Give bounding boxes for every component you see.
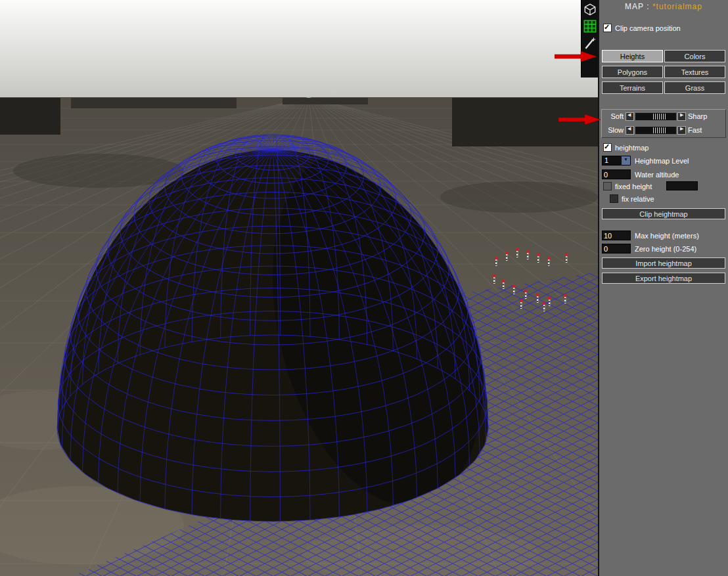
heightmap-level-label: Heightmap Level (635, 157, 689, 165)
checkbox-icon (603, 182, 612, 190)
viewport-toolstrip (581, 0, 599, 78)
softness-slider[interactable] (635, 112, 677, 121)
softness-decrease-button[interactable] (626, 112, 634, 121)
import-heightmap-button[interactable]: Import heightmap (602, 257, 725, 269)
clip-camera-checkbox[interactable]: Clip camera position (603, 24, 681, 32)
cube-icon[interactable] (583, 1, 597, 17)
clip-camera-label: Clip camera position (615, 24, 681, 32)
chevron-down-icon (622, 156, 630, 165)
map-label: MAP : (625, 2, 649, 11)
3d-viewport-canvas[interactable] (0, 0, 598, 576)
editor-panel: MAP : *tutorialmap Clip camera position … (598, 0, 728, 576)
heightmap-label: heightmap (615, 144, 648, 152)
map-title: MAP : *tutorialmap (599, 2, 728, 11)
checkbox-icon (610, 194, 618, 203)
sky (0, 0, 598, 99)
zero-height-label: Zero height (0-254) (635, 245, 696, 253)
tutorial-arrow-heights (555, 51, 598, 62)
speed-decrease-button[interactable] (626, 126, 634, 135)
application-window: MAP : *tutorialmap Clip camera position … (0, 0, 728, 576)
heightmap-checkbox[interactable]: heightmap (603, 143, 648, 152)
tab-heights[interactable]: Heights (602, 50, 663, 62)
brush-settings-box: Soft Sharp Slow Fast (601, 109, 726, 138)
slow-label: Slow (604, 126, 624, 134)
speed-slider-row: Slow Fast (604, 125, 702, 135)
checkbox-icon (603, 143, 612, 152)
fixed-height-label: fixed height (615, 183, 652, 190)
slider-ticks (653, 127, 666, 133)
heightmap-level-select[interactable]: 1 (602, 156, 631, 166)
fix-relative-label: fix relative (622, 195, 654, 203)
tab-colors[interactable]: Colors (664, 50, 725, 62)
max-height-input[interactable] (602, 231, 631, 240)
sharp-label: Sharp (688, 112, 707, 120)
water-altitude-label: Water altitude (635, 171, 679, 179)
soft-label: Soft (604, 112, 624, 120)
fast-label: Fast (688, 126, 702, 134)
fix-relative-checkbox[interactable]: fix relative (610, 194, 654, 203)
zero-height-input[interactable] (602, 244, 631, 254)
water-altitude-input[interactable] (602, 169, 631, 179)
tab-terrains[interactable]: Terrains (602, 81, 663, 94)
softness-slider-row: Soft Sharp (604, 112, 707, 121)
speed-slider[interactable] (635, 126, 677, 135)
speed-increase-button[interactable] (677, 126, 686, 135)
export-heightmap-button[interactable]: Export heightmap (602, 273, 725, 284)
map-name: *tutorialmap (652, 2, 702, 11)
max-height-label: Max height (meters) (635, 232, 699, 240)
grid-icon[interactable] (583, 18, 597, 34)
tab-grass[interactable]: Grass (664, 81, 725, 94)
tab-textures[interactable]: Textures (664, 66, 725, 78)
slider-ticks (653, 114, 666, 120)
tab-polygons[interactable]: Polygons (602, 66, 663, 78)
softness-increase-button[interactable] (677, 112, 686, 121)
fixed-height-input[interactable] (666, 181, 698, 190)
heightmap-level-value: 1 (604, 156, 608, 164)
checkbox-icon (603, 24, 612, 32)
clip-heightmap-button[interactable]: Clip heightmap (602, 208, 725, 219)
wand-icon[interactable] (583, 35, 597, 51)
tutorial-arrow-brush (558, 114, 602, 125)
fixed-height-checkbox[interactable]: fixed height (603, 182, 652, 190)
